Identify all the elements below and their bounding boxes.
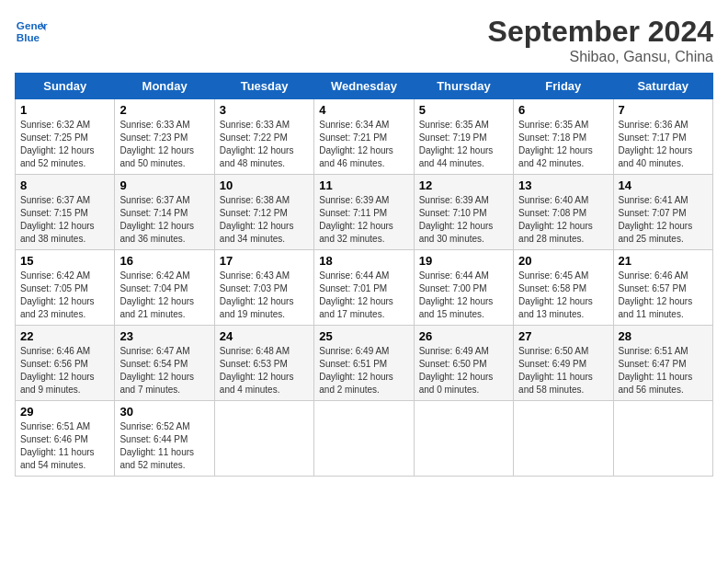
calendar-table: SundayMondayTuesdayWednesdayThursdayFrid… <box>15 73 713 477</box>
day-info: Sunrise: 6:43 AMSunset: 7:03 PMDaylight:… <box>220 270 309 321</box>
calendar-cell: 16Sunrise: 6:42 AMSunset: 7:04 PMDayligh… <box>115 250 214 326</box>
day-number: 6 <box>518 103 608 117</box>
calendar-cell: 23Sunrise: 6:47 AMSunset: 6:54 PMDayligh… <box>115 326 214 401</box>
day-number: 28 <box>619 329 708 343</box>
day-number: 13 <box>518 178 608 192</box>
day-info: Sunrise: 6:42 AMSunset: 7:04 PMDaylight:… <box>119 270 209 321</box>
day-info: Sunrise: 6:45 AMSunset: 6:58 PMDaylight:… <box>518 270 608 321</box>
calendar-row-3: 15Sunrise: 6:42 AMSunset: 7:05 PMDayligh… <box>16 250 713 326</box>
calendar-cell: 12Sunrise: 6:39 AMSunset: 7:10 PMDayligh… <box>414 175 513 250</box>
day-number: 23 <box>119 329 209 343</box>
calendar-cell: 2Sunrise: 6:33 AMSunset: 7:23 PMDaylight… <box>115 99 214 175</box>
day-number: 4 <box>319 103 408 117</box>
svg-text:Blue: Blue <box>17 31 40 43</box>
calendar-cell: 15Sunrise: 6:42 AMSunset: 7:05 PMDayligh… <box>16 250 115 326</box>
day-info: Sunrise: 6:44 AMSunset: 7:00 PMDaylight:… <box>419 270 508 321</box>
calendar-cell: 4Sunrise: 6:34 AMSunset: 7:21 PMDaylight… <box>314 99 414 175</box>
day-number: 20 <box>518 254 608 268</box>
day-info: Sunrise: 6:37 AMSunset: 7:15 PMDaylight:… <box>20 194 109 246</box>
day-info: Sunrise: 6:47 AMSunset: 6:54 PMDaylight:… <box>119 345 209 396</box>
calendar-cell: 22Sunrise: 6:46 AMSunset: 6:56 PMDayligh… <box>16 326 115 401</box>
day-number: 15 <box>20 254 109 268</box>
day-number: 5 <box>419 103 508 117</box>
day-info: Sunrise: 6:52 AMSunset: 6:44 PMDaylight:… <box>119 420 209 472</box>
day-info: Sunrise: 6:39 AMSunset: 7:11 PMDaylight:… <box>319 194 408 246</box>
calendar-cell: 21Sunrise: 6:46 AMSunset: 6:57 PMDayligh… <box>613 250 712 326</box>
day-info: Sunrise: 6:35 AMSunset: 7:19 PMDaylight:… <box>419 119 508 170</box>
calendar-cell: 27Sunrise: 6:50 AMSunset: 6:49 PMDayligh… <box>514 326 613 401</box>
day-number: 12 <box>419 178 508 192</box>
day-number: 24 <box>220 329 309 343</box>
calendar-row-2: 8Sunrise: 6:37 AMSunset: 7:15 PMDaylight… <box>16 175 713 250</box>
day-number: 14 <box>619 178 708 192</box>
calendar-cell: 8Sunrise: 6:37 AMSunset: 7:15 PMDaylight… <box>16 175 115 250</box>
day-info: Sunrise: 6:33 AMSunset: 7:23 PMDaylight:… <box>119 119 209 170</box>
weekday-header-friday: Friday <box>514 74 613 99</box>
day-info: Sunrise: 6:50 AMSunset: 6:49 PMDaylight:… <box>518 345 608 396</box>
day-info: Sunrise: 6:34 AMSunset: 7:21 PMDaylight:… <box>319 119 408 170</box>
calendar-cell: 6Sunrise: 6:35 AMSunset: 7:18 PMDaylight… <box>514 99 613 175</box>
day-info: Sunrise: 6:39 AMSunset: 7:10 PMDaylight:… <box>419 194 508 246</box>
day-number: 16 <box>119 254 209 268</box>
day-info: Sunrise: 6:46 AMSunset: 6:56 PMDaylight:… <box>20 345 109 396</box>
logo-icon: General Blue <box>15 15 48 48</box>
calendar-cell: 7Sunrise: 6:36 AMSunset: 7:17 PMDaylight… <box>613 99 712 175</box>
calendar-cell <box>314 401 414 477</box>
day-info: Sunrise: 6:49 AMSunset: 6:51 PMDaylight:… <box>319 345 408 396</box>
day-number: 9 <box>119 178 209 192</box>
calendar-cell: 11Sunrise: 6:39 AMSunset: 7:11 PMDayligh… <box>314 175 414 250</box>
calendar-body: 1Sunrise: 6:32 AMSunset: 7:25 PMDaylight… <box>16 99 713 477</box>
calendar-cell <box>613 401 712 477</box>
day-number: 27 <box>518 329 608 343</box>
day-number: 2 <box>119 103 209 117</box>
day-number: 8 <box>20 178 109 192</box>
weekday-header-saturday: Saturday <box>613 74 712 99</box>
day-number: 10 <box>220 178 309 192</box>
weekday-header-sunday: Sunday <box>16 74 115 99</box>
day-number: 30 <box>119 405 209 419</box>
day-number: 26 <box>419 329 508 343</box>
calendar-cell: 9Sunrise: 6:37 AMSunset: 7:14 PMDaylight… <box>115 175 214 250</box>
calendar-cell: 18Sunrise: 6:44 AMSunset: 7:01 PMDayligh… <box>314 250 414 326</box>
location-title: Shibao, Gansu, China <box>488 49 713 65</box>
weekday-header-wednesday: Wednesday <box>314 74 414 99</box>
day-number: 11 <box>319 178 408 192</box>
day-info: Sunrise: 6:51 AMSunset: 6:46 PMDaylight:… <box>20 420 109 472</box>
calendar-cell <box>214 401 313 477</box>
day-number: 17 <box>220 254 309 268</box>
day-number: 7 <box>619 103 708 117</box>
weekday-header-monday: Monday <box>115 74 214 99</box>
calendar-cell: 17Sunrise: 6:43 AMSunset: 7:03 PMDayligh… <box>214 250 313 326</box>
calendar-cell: 20Sunrise: 6:45 AMSunset: 6:58 PMDayligh… <box>514 250 613 326</box>
day-number: 3 <box>220 103 309 117</box>
day-info: Sunrise: 6:48 AMSunset: 6:53 PMDaylight:… <box>220 345 309 396</box>
day-info: Sunrise: 6:38 AMSunset: 7:12 PMDaylight:… <box>220 194 309 246</box>
day-info: Sunrise: 6:33 AMSunset: 7:22 PMDaylight:… <box>220 119 309 170</box>
calendar-cell: 19Sunrise: 6:44 AMSunset: 7:00 PMDayligh… <box>414 250 513 326</box>
logo: General Blue <box>15 15 48 48</box>
day-info: Sunrise: 6:42 AMSunset: 7:05 PMDaylight:… <box>20 270 109 321</box>
calendar-cell: 25Sunrise: 6:49 AMSunset: 6:51 PMDayligh… <box>314 326 414 401</box>
day-info: Sunrise: 6:51 AMSunset: 6:47 PMDaylight:… <box>619 345 708 396</box>
day-number: 21 <box>619 254 708 268</box>
day-info: Sunrise: 6:46 AMSunset: 6:57 PMDaylight:… <box>619 270 708 321</box>
day-number: 19 <box>419 254 508 268</box>
calendar-cell: 30Sunrise: 6:52 AMSunset: 6:44 PMDayligh… <box>115 401 214 477</box>
calendar-cell: 14Sunrise: 6:41 AMSunset: 7:07 PMDayligh… <box>613 175 712 250</box>
day-number: 1 <box>20 103 109 117</box>
calendar-cell: 26Sunrise: 6:49 AMSunset: 6:50 PMDayligh… <box>414 326 513 401</box>
title-block: September 2024 Shibao, Gansu, China <box>488 15 713 65</box>
calendar-row-1: 1Sunrise: 6:32 AMSunset: 7:25 PMDaylight… <box>16 99 713 175</box>
day-info: Sunrise: 6:36 AMSunset: 7:17 PMDaylight:… <box>619 119 708 170</box>
calendar-cell: 10Sunrise: 6:38 AMSunset: 7:12 PMDayligh… <box>214 175 313 250</box>
calendar-cell: 5Sunrise: 6:35 AMSunset: 7:19 PMDaylight… <box>414 99 513 175</box>
calendar-cell: 1Sunrise: 6:32 AMSunset: 7:25 PMDaylight… <box>16 99 115 175</box>
calendar-cell: 24Sunrise: 6:48 AMSunset: 6:53 PMDayligh… <box>214 326 313 401</box>
calendar-row-4: 22Sunrise: 6:46 AMSunset: 6:56 PMDayligh… <box>16 326 713 401</box>
month-title: September 2024 <box>488 15 713 49</box>
calendar-cell: 28Sunrise: 6:51 AMSunset: 6:47 PMDayligh… <box>613 326 712 401</box>
calendar-cell: 29Sunrise: 6:51 AMSunset: 6:46 PMDayligh… <box>16 401 115 477</box>
calendar-cell <box>414 401 513 477</box>
day-info: Sunrise: 6:44 AMSunset: 7:01 PMDaylight:… <box>319 270 408 321</box>
weekday-header-thursday: Thursday <box>414 74 513 99</box>
